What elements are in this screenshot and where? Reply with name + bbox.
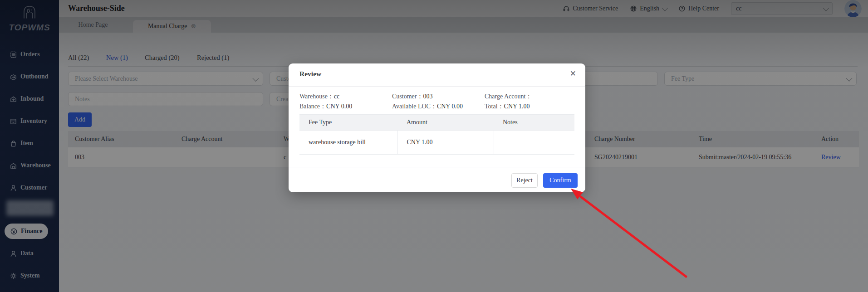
confirm-button[interactable]: Confirm (543, 173, 578, 188)
info-value: cc (334, 93, 339, 100)
fee-table: Fee Type Amount Notes warehouse storage … (299, 114, 574, 155)
info-value: 003 (423, 93, 432, 100)
info-customer: Customer：003 (392, 92, 432, 101)
info-label: Balance： (299, 103, 326, 110)
col-fee-type: Fee Type (299, 115, 397, 131)
info-balance: Balance：CNY 0.00 (299, 102, 352, 111)
review-modal: Review ✕ Warehouse：cc Customer：003 Charg… (289, 63, 585, 192)
cell-fee-type: warehouse storage bill (299, 131, 397, 155)
modal-footer-divider (289, 167, 585, 167)
cell-amount: CNY 1.00 (397, 131, 494, 155)
info-available-loc: Available LOC：CNY 0.00 (392, 102, 463, 111)
info-label: Warehouse： (299, 93, 334, 100)
info-value: CNY 1.00 (504, 103, 530, 110)
app-root: TOPWMS Orders Outbound Inbound Inventory… (0, 0, 868, 292)
info-label: Customer： (392, 93, 423, 100)
fee-table-row: warehouse storage bill CNY 1.00 (299, 131, 574, 155)
info-label: Total： (485, 103, 504, 110)
col-amount: Amount (397, 115, 494, 131)
info-charge-account: Charge Account： (485, 92, 532, 101)
info-label: Available LOC： (392, 103, 437, 110)
reject-button[interactable]: Reject (511, 173, 538, 188)
cell-notes (494, 131, 574, 155)
fee-table-header-row: Fee Type Amount Notes (299, 115, 574, 131)
close-icon[interactable]: ✕ (570, 69, 576, 78)
info-warehouse: Warehouse：cc (299, 92, 339, 101)
info-label: Charge Account： (485, 93, 532, 100)
col-notes: Notes (494, 115, 574, 131)
info-value: CNY 0.00 (437, 103, 463, 110)
info-value: CNY 0.00 (326, 103, 352, 110)
info-total: Total：CNY 1.00 (485, 102, 530, 111)
modal-title: Review (299, 70, 321, 78)
modal-divider (289, 86, 585, 87)
